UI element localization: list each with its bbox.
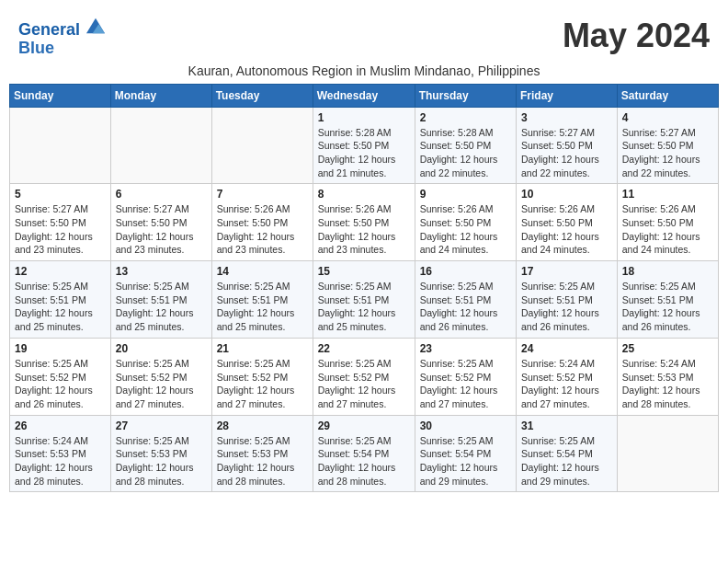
day-number: 12 (15, 265, 106, 278)
day-number: 14 (217, 265, 308, 278)
day-number: 9 (420, 188, 511, 201)
calendar-cell: 22Sunrise: 5:25 AM Sunset: 5:52 PM Dayli… (313, 338, 415, 415)
day-number: 1 (318, 111, 410, 124)
day-number: 2 (420, 111, 511, 124)
day-info: Sunrise: 5:26 AM Sunset: 5:50 PM Dayligh… (622, 202, 713, 257)
day-number: 19 (15, 342, 106, 355)
day-number: 26 (15, 419, 106, 432)
calendar-cell: 12Sunrise: 5:25 AM Sunset: 5:51 PM Dayli… (10, 261, 111, 339)
logo: General Blue (18, 17, 105, 58)
day-info: Sunrise: 5:26 AM Sunset: 5:50 PM Dayligh… (521, 202, 612, 257)
calendar-cell (211, 107, 313, 184)
calendar-cell: 5Sunrise: 5:27 AM Sunset: 5:50 PM Daylig… (10, 184, 111, 261)
calendar-cell: 2Sunrise: 5:28 AM Sunset: 5:50 PM Daylig… (415, 107, 516, 184)
day-info: Sunrise: 5:25 AM Sunset: 5:52 PM Dayligh… (318, 357, 410, 411)
calendar-cell: 21Sunrise: 5:25 AM Sunset: 5:52 PM Dayli… (211, 338, 313, 415)
day-of-week-header: Tuesday (211, 84, 313, 107)
calendar-cell: 16Sunrise: 5:25 AM Sunset: 5:51 PM Dayli… (415, 261, 516, 339)
day-number: 20 (116, 342, 207, 355)
day-number: 25 (622, 342, 713, 355)
day-of-week-header: Thursday (415, 84, 516, 107)
month-title: May 2024 (563, 17, 710, 55)
day-info: Sunrise: 5:25 AM Sunset: 5:52 PM Dayligh… (15, 357, 106, 411)
day-number: 22 (318, 342, 410, 355)
day-number: 10 (521, 188, 612, 201)
day-of-week-header: Wednesday (313, 84, 415, 107)
day-info: Sunrise: 5:25 AM Sunset: 5:53 PM Dayligh… (217, 434, 308, 488)
day-number: 21 (217, 342, 308, 355)
day-number: 7 (217, 188, 308, 201)
day-number: 31 (521, 419, 612, 432)
day-info: Sunrise: 5:26 AM Sunset: 5:50 PM Dayligh… (318, 202, 410, 257)
day-info: Sunrise: 5:25 AM Sunset: 5:54 PM Dayligh… (521, 434, 612, 488)
day-info: Sunrise: 5:27 AM Sunset: 5:50 PM Dayligh… (521, 126, 612, 180)
logo-text: General Blue (18, 17, 105, 58)
day-info: Sunrise: 5:24 AM Sunset: 5:53 PM Dayligh… (15, 434, 106, 488)
day-info: Sunrise: 5:25 AM Sunset: 5:54 PM Dayligh… (420, 434, 511, 488)
day-info: Sunrise: 5:25 AM Sunset: 5:51 PM Dayligh… (217, 280, 308, 334)
calendar-cell: 20Sunrise: 5:25 AM Sunset: 5:52 PM Dayli… (110, 338, 211, 415)
calendar-cell: 13Sunrise: 5:25 AM Sunset: 5:51 PM Dayli… (110, 261, 211, 339)
day-info: Sunrise: 5:25 AM Sunset: 5:51 PM Dayligh… (521, 280, 612, 334)
day-info: Sunrise: 5:27 AM Sunset: 5:50 PM Dayligh… (15, 202, 106, 257)
day-number: 8 (318, 188, 410, 201)
calendar-cell: 31Sunrise: 5:25 AM Sunset: 5:54 PM Dayli… (517, 415, 618, 492)
day-number: 11 (622, 188, 713, 201)
day-number: 18 (622, 265, 713, 278)
day-info: Sunrise: 5:24 AM Sunset: 5:52 PM Dayligh… (521, 357, 612, 411)
day-number: 24 (521, 342, 612, 355)
calendar-cell: 14Sunrise: 5:25 AM Sunset: 5:51 PM Dayli… (211, 261, 313, 339)
calendar-cell: 15Sunrise: 5:25 AM Sunset: 5:51 PM Dayli… (313, 261, 415, 339)
calendar-cell: 19Sunrise: 5:25 AM Sunset: 5:52 PM Dayli… (10, 338, 111, 415)
day-number: 23 (420, 342, 511, 355)
day-info: Sunrise: 5:25 AM Sunset: 5:51 PM Dayligh… (15, 280, 106, 334)
calendar-cell (110, 107, 211, 184)
calendar-cell: 18Sunrise: 5:25 AM Sunset: 5:51 PM Dayli… (617, 261, 718, 339)
calendar-cell: 4Sunrise: 5:27 AM Sunset: 5:50 PM Daylig… (617, 107, 718, 184)
calendar-cell: 1Sunrise: 5:28 AM Sunset: 5:50 PM Daylig… (313, 107, 415, 184)
day-info: Sunrise: 5:27 AM Sunset: 5:50 PM Dayligh… (622, 126, 713, 180)
day-number: 3 (521, 111, 612, 124)
day-of-week-header: Friday (517, 84, 618, 107)
day-info: Sunrise: 5:25 AM Sunset: 5:52 PM Dayligh… (420, 357, 511, 411)
day-info: Sunrise: 5:25 AM Sunset: 5:51 PM Dayligh… (318, 280, 410, 334)
day-info: Sunrise: 5:28 AM Sunset: 5:50 PM Dayligh… (420, 126, 511, 180)
calendar-cell: 11Sunrise: 5:26 AM Sunset: 5:50 PM Dayli… (617, 184, 718, 261)
calendar-cell (10, 107, 111, 184)
calendar-cell: 23Sunrise: 5:25 AM Sunset: 5:52 PM Dayli… (415, 338, 516, 415)
day-number: 13 (116, 265, 207, 278)
day-of-week-header: Saturday (617, 84, 718, 107)
page-header: General Blue May 2024 (9, 9, 719, 62)
day-number: 28 (217, 419, 308, 432)
calendar-cell: 17Sunrise: 5:25 AM Sunset: 5:51 PM Dayli… (517, 261, 618, 339)
calendar-table: SundayMondayTuesdayWednesdayThursdayFrid… (9, 84, 719, 493)
calendar-cell: 25Sunrise: 5:24 AM Sunset: 5:53 PM Dayli… (617, 338, 718, 415)
day-number: 16 (420, 265, 511, 278)
day-info: Sunrise: 5:25 AM Sunset: 5:52 PM Dayligh… (116, 357, 207, 411)
day-info: Sunrise: 5:25 AM Sunset: 5:51 PM Dayligh… (116, 280, 207, 334)
day-number: 27 (116, 419, 207, 432)
logo-icon (86, 17, 105, 35)
subtitle: Kauran, Autonomous Region in Muslim Mind… (9, 63, 719, 78)
calendar-cell: 28Sunrise: 5:25 AM Sunset: 5:53 PM Dayli… (211, 415, 313, 492)
day-info: Sunrise: 5:25 AM Sunset: 5:53 PM Dayligh… (116, 434, 207, 488)
day-info: Sunrise: 5:28 AM Sunset: 5:50 PM Dayligh… (318, 126, 410, 180)
day-info: Sunrise: 5:26 AM Sunset: 5:50 PM Dayligh… (217, 202, 308, 257)
day-number: 17 (521, 265, 612, 278)
day-info: Sunrise: 5:25 AM Sunset: 5:51 PM Dayligh… (622, 280, 713, 334)
day-of-week-header: Sunday (10, 84, 111, 107)
calendar-cell: 6Sunrise: 5:27 AM Sunset: 5:50 PM Daylig… (110, 184, 211, 261)
day-info: Sunrise: 5:25 AM Sunset: 5:54 PM Dayligh… (318, 434, 410, 488)
calendar-cell: 29Sunrise: 5:25 AM Sunset: 5:54 PM Dayli… (313, 415, 415, 492)
day-number: 6 (116, 188, 207, 201)
day-number: 15 (318, 265, 410, 278)
day-info: Sunrise: 5:26 AM Sunset: 5:50 PM Dayligh… (420, 202, 511, 257)
day-info: Sunrise: 5:27 AM Sunset: 5:50 PM Dayligh… (116, 202, 207, 257)
calendar-cell: 27Sunrise: 5:25 AM Sunset: 5:53 PM Dayli… (110, 415, 211, 492)
day-info: Sunrise: 5:25 AM Sunset: 5:52 PM Dayligh… (217, 357, 308, 411)
day-of-week-header: Monday (110, 84, 211, 107)
day-number: 4 (622, 111, 713, 124)
calendar-cell: 10Sunrise: 5:26 AM Sunset: 5:50 PM Dayli… (517, 184, 618, 261)
calendar-cell (617, 415, 718, 492)
calendar-cell: 24Sunrise: 5:24 AM Sunset: 5:52 PM Dayli… (517, 338, 618, 415)
